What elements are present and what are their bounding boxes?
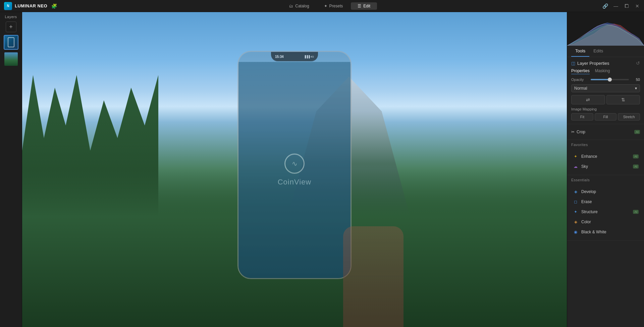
phone-notch: 15:34 ▐▐▐ 4G [271, 52, 318, 61]
blend-mode-value: Normal [574, 86, 587, 91]
flip-v-icon: ⇅ [621, 97, 625, 102]
titlebar-controls: 🔗 — ⧠ ✕ [602, 3, 640, 9]
properties-subtab-label: Properties [571, 68, 590, 73]
mapping-stretch-button[interactable]: Stretch [618, 113, 640, 121]
layer-thumb-landscape[interactable] [4, 52, 18, 66]
sub-tab-properties[interactable]: Properties [571, 68, 590, 74]
fit-label: Fit [580, 115, 584, 119]
edit-icon: ☰ [358, 4, 361, 8]
maximize-icon[interactable]: ⧠ [624, 3, 629, 9]
color-icon: ◈ [573, 219, 579, 225]
chevron-down-icon: ▾ [635, 86, 637, 91]
opacity-thumb[interactable] [608, 78, 612, 82]
catalog-label: Catalog [295, 4, 309, 8]
crop-badge: AI [634, 130, 640, 134]
coin-symbol-icon: ∿ [292, 159, 298, 168]
crop-icon: ✂ [571, 130, 575, 134]
presets-label: Presets [329, 4, 343, 8]
panel-tabs: Tools Edits [567, 46, 644, 57]
stretch-label: Stretch [623, 115, 635, 119]
tools-tab-label: Tools [575, 48, 585, 53]
share-icon[interactable]: 🔗 [602, 3, 608, 9]
phone-frame: 15:34 ▐▐▐ 4G ∿ CoinView [237, 51, 352, 279]
develop-icon: ◈ [573, 189, 579, 195]
layers-panel: Layers + [0, 12, 22, 327]
flip-horizontal-button[interactable]: ⇄ [571, 95, 605, 104]
nav-catalog[interactable]: 🗂 Catalog [282, 2, 316, 10]
black-white-label: Black & White [581, 230, 639, 234]
presets-icon: ✦ [324, 4, 327, 8]
layer-properties-header: ◫ Layer Properties ↺ [571, 60, 640, 66]
layer-properties-title: ◫ Layer Properties [571, 61, 609, 66]
essentials-heading: Essentials [567, 175, 644, 183]
tool-black-white[interactable]: ◉ Black & White [571, 227, 640, 237]
mapping-buttons: Fit Fill Stretch [571, 113, 640, 121]
structure-icon: ✦ [573, 209, 579, 215]
histogram-chart [567, 12, 644, 46]
black-white-icon: ◉ [573, 229, 579, 235]
layer-properties-reset-icon[interactable]: ↺ [636, 60, 640, 66]
edits-tab-label: Edits [593, 48, 603, 53]
fill-label: Fill [603, 115, 608, 119]
sub-tab-masking[interactable]: Masking [595, 68, 610, 74]
opacity-value: 50 [632, 78, 640, 82]
tool-erase[interactable]: ◻ Erase [571, 197, 640, 207]
mapping-fit-button[interactable]: Fit [571, 113, 593, 121]
catalog-icon: 🗂 [289, 4, 293, 8]
sky-ai-badge: AI [633, 165, 639, 169]
tool-color[interactable]: ◈ Color [571, 217, 640, 227]
tab-edits[interactable]: Edits [589, 46, 607, 57]
structure-label: Structure [581, 209, 630, 214]
favorites-heading: Favorites [567, 140, 644, 148]
nav-edit[interactable]: ☰ Edit [351, 2, 377, 10]
mapping-fill-button[interactable]: Fill [595, 113, 617, 121]
hand-overlay [343, 226, 404, 327]
flip-h-icon: ⇄ [586, 97, 590, 102]
favorites-section: ✦ Enhance AI ☁ Sky AI [567, 148, 644, 175]
structure-ai-badge: AI [633, 210, 639, 214]
close-icon[interactable]: ✕ [635, 3, 640, 9]
canvas-area[interactable]: 15:34 ▐▐▐ 4G ∿ CoinView [22, 12, 567, 327]
opacity-slider[interactable] [591, 79, 629, 80]
phone-screen: ∿ CoinView [238, 62, 351, 278]
crop-label: Crop [577, 130, 632, 134]
blend-mode-row: Normal ▾ [571, 84, 640, 92]
tab-tools[interactable]: Tools [571, 46, 589, 57]
plugin-puzzle-icon: 🧩 [51, 3, 57, 9]
layer-thumb-phone[interactable] [4, 35, 18, 50]
enhance-label: Enhance [581, 154, 630, 159]
develop-label: Develop [581, 189, 639, 194]
tool-structure[interactable]: ✦ Structure AI [571, 207, 640, 217]
edit-label: Edit [363, 4, 370, 8]
opacity-fill [591, 79, 610, 80]
enhance-icon: ✦ [573, 153, 579, 159]
layers-icon: ◫ [571, 61, 575, 66]
tool-enhance[interactable]: ✦ Enhance AI [571, 151, 640, 161]
layer-properties-title-text: Layer Properties [577, 61, 609, 66]
app-name: LUMINAR NEO [15, 3, 47, 8]
crop-section: ✂ Crop AI [567, 124, 644, 140]
titlebar-nav: 🗂 Catalog ✦ Presets ☰ Edit [282, 2, 377, 10]
erase-label: Erase [581, 199, 639, 204]
add-layer-button[interactable]: + [6, 21, 16, 32]
right-panel: Tools Edits ◫ Layer Properties ↺ Propert… [567, 12, 644, 327]
coin-icon: ∿ [284, 153, 305, 174]
opacity-label: Opacity [571, 78, 588, 82]
nav-presets[interactable]: ✦ Presets [317, 2, 350, 10]
crop-row[interactable]: ✂ Crop AI [571, 128, 640, 136]
image-mapping-label: Image Mapping [571, 107, 640, 111]
titlebar: N LUMINAR NEO 🧩 🗂 Catalog ✦ Presets ☰ Ed… [0, 0, 644, 12]
opacity-row: Opacity 50 [571, 78, 640, 82]
masking-subtab-label: Masking [595, 68, 610, 73]
color-label: Color [581, 220, 639, 224]
flip-vertical-button[interactable]: ⇅ [606, 95, 640, 104]
canvas-image: 15:34 ▐▐▐ 4G ∿ CoinView [22, 12, 567, 327]
phone-time: 15:34 [275, 55, 284, 58]
phone-app-name: CoinView [278, 178, 312, 186]
minimize-icon[interactable]: — [613, 3, 619, 9]
transform-buttons: ⇄ ⇅ [571, 95, 640, 104]
blend-mode-dropdown[interactable]: Normal ▾ [571, 84, 640, 92]
erase-icon: ◻ [573, 199, 579, 205]
tool-develop[interactable]: ◈ Develop [571, 187, 640, 197]
tool-sky[interactable]: ☁ Sky AI [571, 161, 640, 172]
